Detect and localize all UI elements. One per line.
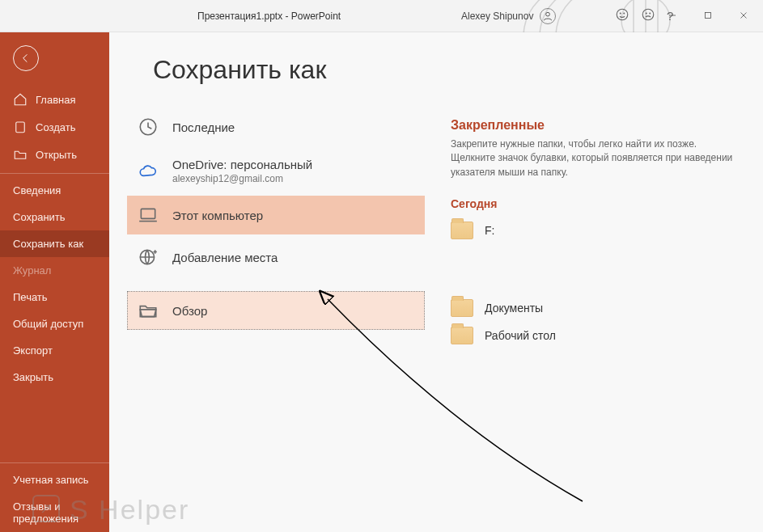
svg-rect-9 (16, 122, 25, 133)
new-icon (13, 120, 28, 134)
sidebar-item-info[interactable]: Сведения (0, 177, 109, 204)
sidebar-item-share[interactable]: Общий доступ (0, 310, 109, 337)
location-label: Обзор (172, 304, 207, 318)
globe-plus-icon (137, 246, 159, 268)
computer-icon (137, 204, 159, 226)
folder-label: Документы (485, 302, 543, 315)
sidebar-item-new[interactable]: Создать (0, 113, 109, 141)
sidebar-item-save[interactable]: Сохранить (0, 204, 109, 230)
svg-rect-7 (706, 13, 711, 19)
svg-point-1 (617, 9, 628, 20)
folder-item[interactable]: F: (451, 217, 744, 244)
sidebar-item-history[interactable]: Журнал (0, 257, 109, 284)
titlebar: Презентация1.pptx - PowerPoint Alexey Sh… (0, 0, 763, 32)
sidebar-item-label: Учетная запись (13, 474, 89, 486)
user-avatar-icon[interactable] (540, 8, 556, 24)
svg-point-0 (546, 12, 550, 16)
location-label: Добавление места (172, 251, 278, 264)
sidebar-item-label: Общий доступ (13, 318, 83, 330)
sidebar-item-label: Открыть (36, 149, 77, 161)
pinned-header: Закрепленные (451, 118, 744, 133)
sidebar-item-close[interactable]: Закрыть (0, 364, 109, 391)
location-label: Этот компьютер (172, 209, 263, 222)
sidebar-separator (0, 462, 109, 463)
document-title: Презентация1.pptx - PowerPoint (197, 11, 341, 22)
frown-icon[interactable] (641, 7, 655, 24)
location-sublabel: alexeyship12@gmail.com (172, 173, 312, 184)
sidebar-item-label: Закрыть (13, 371, 53, 383)
svg-rect-11 (141, 209, 155, 218)
cloud-icon (137, 160, 159, 183)
sidebar-item-label: Сведения (13, 184, 61, 196)
sidebar-item-feedback[interactable]: Отзывы и предложения (0, 493, 109, 532)
folder-icon (451, 222, 473, 239)
svg-point-3 (624, 13, 625, 14)
folder-open-icon (13, 147, 28, 162)
sidebar-item-home[interactable]: Главная (0, 86, 109, 113)
back-arrow-button[interactable] (13, 45, 39, 71)
pinned-description: Закрепите нужные папки, чтобы легко найт… (451, 137, 742, 179)
svg-point-2 (620, 13, 621, 14)
location-add-place[interactable]: Добавление места (127, 238, 425, 277)
backstage-main: Сохранить как Последние OneDrive: персон… (109, 32, 763, 532)
sidebar-item-label: Экспорт (13, 344, 53, 357)
location-this-pc[interactable]: Этот компьютер (127, 196, 425, 234)
sidebar-item-label: Отзывы и предложения (13, 500, 96, 525)
sidebar-item-label: Печать (13, 291, 48, 303)
sidebar-item-print[interactable]: Печать (0, 284, 109, 310)
folder-item[interactable]: Документы (451, 294, 744, 322)
sidebar-item-label: Журнал (13, 264, 51, 277)
today-header: Сегодня (451, 197, 744, 210)
folder-icon (451, 299, 473, 317)
folder-item[interactable]: Рабочий стол (451, 322, 744, 349)
sidebar-item-open[interactable]: Открыть (0, 141, 109, 168)
sidebar-item-label: Главная (36, 94, 75, 106)
user-name: Alexey Shipunov (461, 11, 533, 22)
clock-icon (137, 116, 159, 138)
sidebar-item-saveas[interactable]: Сохранить как (0, 230, 109, 257)
svg-point-6 (650, 13, 651, 14)
folder-icon (451, 327, 473, 344)
location-onedrive[interactable]: OneDrive: персональный alexeyship12@gmai… (127, 150, 425, 192)
location-label: Последние (172, 120, 235, 134)
svg-point-5 (646, 13, 646, 14)
sidebar-item-label: Сохранить как (13, 238, 83, 250)
location-recent[interactable]: Последние (127, 108, 425, 146)
folder-label: F: (485, 224, 494, 237)
sidebar-item-label: Создать (36, 121, 75, 133)
page-title: Сохранить как (109, 32, 425, 104)
smile-icon[interactable] (615, 7, 629, 24)
location-browse[interactable]: Обзор (127, 291, 425, 330)
folder-label: Рабочий стол (485, 329, 556, 342)
sidebar-separator (0, 173, 109, 174)
sidebar-item-export[interactable]: Экспорт (0, 337, 109, 364)
svg-point-4 (642, 9, 654, 20)
folder-open-icon (137, 299, 159, 322)
location-label: OneDrive: персональный (172, 158, 312, 171)
backstage-sidebar: Главная Создать Открыть Сведения Сохрани… (0, 32, 109, 532)
home-icon (13, 92, 28, 107)
window-maximize-button[interactable] (690, 0, 726, 32)
window-minimize-button[interactable] (655, 0, 690, 32)
sidebar-item-label: Сохранить (13, 211, 66, 223)
sidebar-item-account[interactable]: Учетная запись (0, 467, 109, 493)
user-block[interactable]: Alexey Shipunov (461, 8, 556, 24)
window-close-button[interactable] (726, 0, 761, 32)
